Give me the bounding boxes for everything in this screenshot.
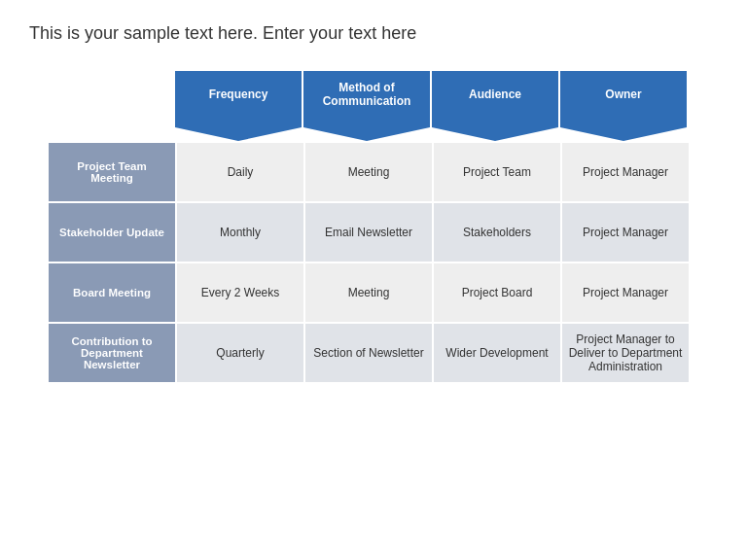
cell-owner-2: Project Manager: [562, 263, 689, 322]
row-label-2: Board Meeting: [49, 263, 175, 322]
cell-audience-2: Project Board: [434, 263, 560, 322]
cell-method-2: Meeting: [305, 263, 432, 322]
cell-frequency-1: Monthly: [177, 203, 303, 262]
cell-method-3: Section of Newsletter: [305, 324, 432, 382]
cell-owner-1: Project Manager: [562, 203, 689, 262]
header-audience: Audience: [432, 71, 558, 127]
header-frequency: Frequency: [175, 71, 302, 127]
cell-frequency-3: Quarterly: [177, 324, 303, 382]
cell-frequency-2: Every 2 Weeks: [177, 263, 303, 322]
cell-frequency-0: Daily: [177, 143, 303, 201]
cell-method-1: Email Newsletter: [305, 203, 432, 262]
header-owner: Owner: [560, 71, 687, 127]
row-label-1: Stakeholder Update: [49, 203, 175, 262]
cell-owner-0: Project Manager: [562, 143, 689, 201]
row-label-0: Project Team Meeting: [49, 143, 175, 201]
cell-owner-3: Project Manager to Deliver to Department…: [562, 324, 689, 382]
communication-table: Frequency Method of Communication Audien…: [49, 71, 718, 384]
table-row: Project Team Meeting Daily Meeting Proje…: [49, 143, 718, 201]
cell-audience-3: Wider Development: [434, 324, 560, 382]
table-row: Contribution to Department Newsletter Qu…: [49, 324, 718, 382]
cell-method-0: Meeting: [305, 143, 432, 201]
table-header: Frequency Method of Communication Audien…: [175, 71, 718, 127]
table-row: Board Meeting Every 2 Weeks Meeting Proj…: [49, 263, 718, 322]
row-label-3: Contribution to Department Newsletter: [49, 324, 175, 382]
header-method: Method of Communication: [303, 71, 430, 127]
table-body: Project Team Meeting Daily Meeting Proje…: [49, 143, 718, 384]
cell-audience-1: Stakeholders: [434, 203, 560, 262]
page-title: This is your sample text here. Enter you…: [29, 23, 718, 44]
cell-audience-0: Project Team: [434, 143, 560, 201]
table-row: Stakeholder Update Monthly Email Newslet…: [49, 203, 718, 262]
